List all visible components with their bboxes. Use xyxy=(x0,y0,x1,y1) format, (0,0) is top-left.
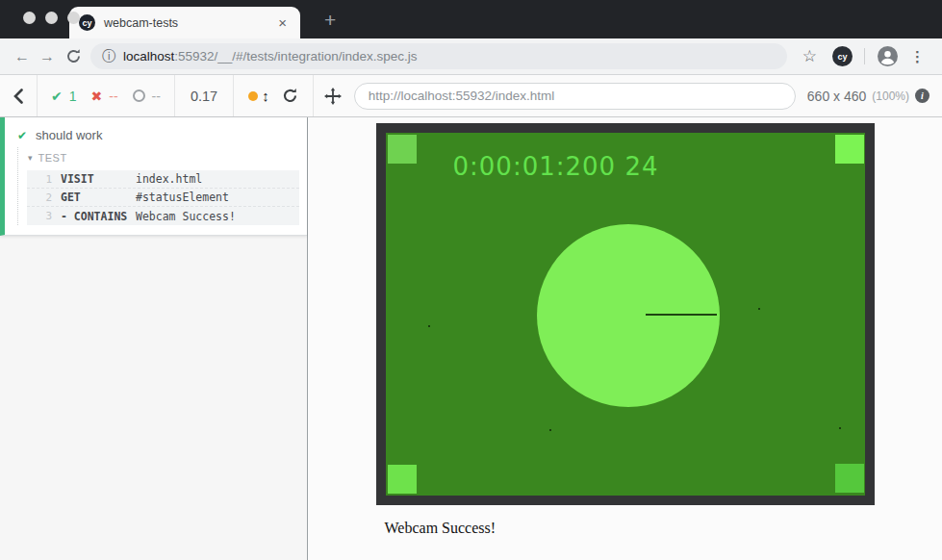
video-corner-marker xyxy=(835,135,864,164)
viewport-zoom: (100%) xyxy=(872,89,909,103)
command-name: GET xyxy=(61,191,136,204)
viewport-info-icon[interactable]: i xyxy=(915,89,929,103)
toolbar-tools: ↕ xyxy=(234,88,313,104)
video-circle xyxy=(537,224,720,407)
window-close-button[interactable] xyxy=(23,12,36,24)
test-duration: 0.17 xyxy=(175,89,233,104)
video-timer-overlay: 0:00:01:200 24 xyxy=(453,152,659,181)
video-noise-speck xyxy=(758,308,760,310)
cypress-favicon-icon: cy xyxy=(79,14,95,31)
collapse-triangle-icon: ▾ xyxy=(28,153,33,163)
window-controls[interactable] xyxy=(23,12,80,24)
cypress-toolbar: ✔ 1 ✖ -- -- 0.17 ↕ http://localhost:5593… xyxy=(0,75,942,117)
command-log: 1 VISIT index.html 2 GET #statusElement … xyxy=(27,170,299,225)
browser-titlebar: cy webcam-tests × + xyxy=(0,0,942,38)
test-title: should work xyxy=(36,128,102,142)
autoscroll-dot-icon xyxy=(248,91,258,101)
reporter-panel: ✔ should work ▾ TEST 1 VISIT index.html … xyxy=(0,117,308,560)
rerun-tests-icon[interactable] xyxy=(282,88,298,104)
test-block: ✔ should work ▾ TEST 1 VISIT index.html … xyxy=(0,117,307,236)
tab-close-icon[interactable]: × xyxy=(274,13,291,32)
test-stats: ✔ 1 ✖ -- -- xyxy=(38,89,174,104)
command-row[interactable]: 3 - CONTAINS Webcam Success! xyxy=(27,207,299,225)
bookmark-star-icon[interactable]: ☆ xyxy=(795,46,825,66)
aut-url-field[interactable]: http://localhost:55932/index.html xyxy=(354,83,796,110)
new-tab-button[interactable]: + xyxy=(324,10,336,30)
url-path: :55932/__/#/tests/integration/index.spec… xyxy=(174,49,417,64)
browser-tab[interactable]: cy webcam-tests × xyxy=(69,7,300,38)
url-host: localhost xyxy=(123,49,174,64)
cypress-back-button[interactable] xyxy=(0,89,37,104)
video-corner-marker xyxy=(835,464,864,493)
passed-check-icon: ✔ xyxy=(51,89,63,104)
webcam-app: 0:00:01:200 24 Webcam Success! xyxy=(376,123,875,537)
viewport-info: 660 x 460 (100%) i xyxy=(807,89,942,104)
reload-icon[interactable] xyxy=(60,48,87,64)
pending-count: -- xyxy=(152,89,161,104)
profile-avatar-icon[interactable] xyxy=(878,46,898,66)
test-attempt-section: ▾ TEST 1 VISIT index.html 2 GET #statusE… xyxy=(17,147,307,225)
forward-icon[interactable]: → xyxy=(35,48,60,65)
pending-circle-icon xyxy=(133,89,145,102)
command-message: Webcam Success! xyxy=(136,210,236,223)
selector-playground-icon[interactable] xyxy=(314,88,352,105)
test-section-header[interactable]: ▾ TEST xyxy=(18,147,307,168)
test-passed-check-icon: ✔ xyxy=(17,129,27,142)
command-number: 1 xyxy=(27,173,52,186)
browser-menu-icon[interactable]: ⋮ xyxy=(906,48,932,65)
webcam-video-canvas: 0:00:01:200 24 xyxy=(376,123,875,505)
url-text: localhost:55932/__/#/tests/integration/i… xyxy=(123,49,417,64)
browser-addressbar: ← → ⓘ localhost:55932/__/#/tests/integra… xyxy=(0,38,942,75)
autoscroll-arrow-icon: ↕ xyxy=(262,88,269,104)
url-omnibox[interactable]: ⓘ localhost:55932/__/#/tests/integration… xyxy=(90,43,787,69)
status-element-text: Webcam Success! xyxy=(385,520,875,537)
video-noise-speck xyxy=(428,325,430,327)
failed-count: -- xyxy=(109,89,117,104)
tab-title: webcam-tests xyxy=(104,16,274,30)
video-noise-speck xyxy=(839,427,841,429)
window-maximize-button[interactable] xyxy=(67,12,80,24)
command-number: 3 xyxy=(27,210,52,222)
command-row[interactable]: 1 VISIT index.html xyxy=(27,170,299,189)
autoscroll-toggle[interactable]: ↕ xyxy=(248,88,269,104)
test-title-row[interactable]: ✔ should work xyxy=(5,124,307,147)
video-clock-hand xyxy=(646,314,717,316)
viewport-size: 660 x 460 xyxy=(807,89,867,104)
cypress-extension-icon[interactable]: cy xyxy=(832,46,853,66)
aut-stage: 0:00:01:200 24 Webcam Success! xyxy=(308,117,942,560)
video-corner-marker xyxy=(388,465,417,494)
main-content: ✔ should work ▾ TEST 1 VISIT index.html … xyxy=(0,117,942,560)
video-corner-marker xyxy=(388,135,417,164)
command-message: #statusElement xyxy=(136,191,229,204)
command-row[interactable]: 2 GET #statusElement xyxy=(27,189,299,207)
failed-x-icon: ✖ xyxy=(91,89,103,104)
window-minimize-button[interactable] xyxy=(45,12,58,24)
command-message: index.html xyxy=(136,172,202,186)
command-name: - CONTAINS xyxy=(61,210,136,223)
back-icon[interactable]: ← xyxy=(10,48,35,65)
addressbar-divider xyxy=(864,48,865,64)
command-name: VISIT xyxy=(61,172,136,186)
passed-count: 1 xyxy=(69,89,77,104)
command-number: 2 xyxy=(27,191,52,204)
video-noise-speck xyxy=(549,429,551,431)
section-label: TEST xyxy=(38,152,67,164)
page-info-icon[interactable]: ⓘ xyxy=(102,48,115,65)
